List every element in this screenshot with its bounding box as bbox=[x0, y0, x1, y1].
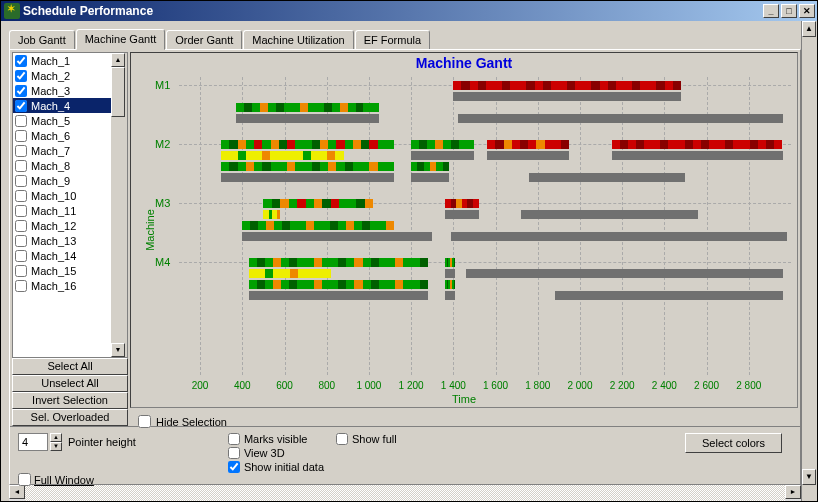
machine-item[interactable]: Mach_1 bbox=[13, 53, 111, 68]
gantt-bar bbox=[453, 81, 681, 90]
gantt-bar bbox=[221, 162, 394, 171]
select-colors-button[interactable]: Select colors bbox=[685, 433, 782, 453]
spinner-up-icon[interactable]: ▲ bbox=[50, 433, 62, 442]
invert-selection-button[interactable]: Invert Selection bbox=[12, 392, 128, 409]
scroll-left-icon[interactable]: ◄ bbox=[9, 485, 25, 499]
gantt-bar bbox=[411, 151, 474, 160]
machine-item[interactable]: Mach_14 bbox=[13, 248, 111, 263]
gantt-bar bbox=[487, 151, 569, 160]
x-tick: 800 bbox=[318, 380, 335, 391]
machine-item[interactable]: Mach_6 bbox=[13, 128, 111, 143]
sel-overloaded-button[interactable]: Sel. Overloaded bbox=[12, 409, 128, 426]
machine-item[interactable]: Mach_8 bbox=[13, 158, 111, 173]
view-3d-checkbox[interactable]: View 3D bbox=[228, 447, 324, 459]
close-button[interactable]: ✕ bbox=[799, 4, 815, 18]
machine-item[interactable]: Mach_3 bbox=[13, 83, 111, 98]
gantt-bar bbox=[529, 173, 685, 182]
full-window-checkbox[interactable]: Full Window bbox=[18, 473, 136, 486]
chart-title: Machine Gantt bbox=[131, 55, 797, 71]
gantt-bar bbox=[411, 140, 474, 149]
gantt-bar bbox=[466, 269, 783, 278]
show-initial-checkbox[interactable]: Show initial data bbox=[228, 461, 324, 473]
machine-item[interactable]: Mach_9 bbox=[13, 173, 111, 188]
gantt-bar bbox=[236, 114, 380, 123]
pointer-height-label: Pointer height bbox=[68, 436, 136, 448]
gantt-bar bbox=[445, 210, 479, 219]
gantt-bar bbox=[445, 269, 456, 278]
scroll-right-icon[interactable]: ► bbox=[785, 485, 801, 499]
machine-item[interactable]: Mach_10 bbox=[13, 188, 111, 203]
app-window: Schedule Performance _ □ ✕ Job GanttMach… bbox=[0, 0, 818, 502]
gantt-bar bbox=[221, 151, 343, 160]
x-tick: 2 200 bbox=[610, 380, 635, 391]
y-tick: M1 bbox=[155, 79, 170, 91]
machine-item[interactable]: Mach_13 bbox=[13, 233, 111, 248]
tab-order-gantt[interactable]: Order Gantt bbox=[166, 30, 242, 49]
scroll-down-icon[interactable]: ▼ bbox=[802, 469, 816, 485]
x-tick: 1 000 bbox=[356, 380, 381, 391]
gantt-bar bbox=[411, 162, 449, 171]
tab-body: Mach_1Mach_2Mach_3Mach_4Mach_5Mach_6Mach… bbox=[9, 49, 801, 485]
tab-machine-utilization[interactable]: Machine Utilization bbox=[243, 30, 353, 49]
scroll-thumb[interactable] bbox=[111, 67, 125, 117]
x-tick: 2 800 bbox=[736, 380, 761, 391]
x-tick: 200 bbox=[192, 380, 209, 391]
gantt-bar bbox=[263, 199, 373, 208]
tab-machine-gantt[interactable]: Machine Gantt bbox=[76, 29, 166, 50]
tab-strip: Job GanttMachine GanttOrder GanttMachine… bbox=[9, 27, 801, 49]
y-tick: M4 bbox=[155, 256, 170, 268]
y-axis-label: Machine bbox=[144, 209, 156, 251]
machine-item[interactable]: Mach_12 bbox=[13, 218, 111, 233]
scroll-up-icon[interactable]: ▲ bbox=[111, 53, 125, 67]
spinner-down-icon[interactable]: ▼ bbox=[50, 442, 62, 451]
gantt-bar bbox=[249, 280, 428, 289]
machine-item[interactable]: Mach_5 bbox=[13, 113, 111, 128]
scroll-down-icon[interactable]: ▼ bbox=[111, 343, 125, 357]
show-full-checkbox[interactable]: Show full bbox=[336, 433, 397, 445]
gantt-bar bbox=[445, 199, 479, 208]
gantt-bar bbox=[242, 232, 432, 241]
vertical-scrollbar[interactable]: ▲ ▼ bbox=[801, 21, 817, 501]
gantt-bar bbox=[411, 173, 449, 182]
gantt-bar bbox=[236, 103, 380, 112]
machine-item[interactable]: Mach_2 bbox=[13, 68, 111, 83]
x-tick: 2 400 bbox=[652, 380, 677, 391]
gantt-bar bbox=[445, 258, 456, 267]
machine-panel: Mach_1Mach_2Mach_3Mach_4Mach_5Mach_6Mach… bbox=[10, 50, 128, 426]
machine-item[interactable]: Mach_15 bbox=[13, 263, 111, 278]
x-tick: 1 400 bbox=[441, 380, 466, 391]
hide-selection-checkbox[interactable]: Hide Selection bbox=[138, 415, 227, 428]
y-tick: M3 bbox=[155, 197, 170, 209]
gantt-bar bbox=[249, 291, 428, 300]
pointer-height-input[interactable] bbox=[18, 433, 48, 451]
gantt-bar bbox=[612, 151, 783, 160]
tab-ef-formula[interactable]: EF Formula bbox=[355, 30, 430, 49]
gantt-bar bbox=[221, 140, 394, 149]
machine-item[interactable]: Mach_16 bbox=[13, 278, 111, 293]
x-tick: 1 800 bbox=[525, 380, 550, 391]
minimize-button[interactable]: _ bbox=[763, 4, 779, 18]
gantt-bar bbox=[451, 232, 787, 241]
app-icon bbox=[4, 3, 20, 19]
gantt-chart: Machine Gantt Machine Time 2004006008001… bbox=[130, 52, 798, 408]
unselect-all-button[interactable]: Unselect All bbox=[12, 375, 128, 392]
x-tick: 2 600 bbox=[694, 380, 719, 391]
gantt-bar bbox=[453, 92, 681, 101]
x-tick: 2 000 bbox=[567, 380, 592, 391]
horizontal-scrollbar[interactable]: ◄ ► bbox=[9, 485, 801, 501]
gantt-bar bbox=[445, 291, 456, 300]
gantt-bar bbox=[521, 210, 698, 219]
x-tick: 1 600 bbox=[483, 380, 508, 391]
y-tick: M2 bbox=[155, 138, 170, 150]
x-tick: 1 200 bbox=[399, 380, 424, 391]
machine-item[interactable]: Mach_11 bbox=[13, 203, 111, 218]
tab-job-gantt[interactable]: Job Gantt bbox=[9, 30, 75, 49]
x-axis-label: Time bbox=[452, 393, 476, 405]
maximize-button[interactable]: □ bbox=[781, 4, 797, 18]
machine-list-scrollbar[interactable]: ▲ ▼ bbox=[111, 53, 127, 357]
scroll-up-icon[interactable]: ▲ bbox=[802, 21, 816, 37]
marks-visible-checkbox[interactable]: Marks visible bbox=[228, 433, 324, 445]
machine-item[interactable]: Mach_4 bbox=[13, 98, 111, 113]
select-all-button[interactable]: Select All bbox=[12, 358, 128, 375]
machine-item[interactable]: Mach_7 bbox=[13, 143, 111, 158]
